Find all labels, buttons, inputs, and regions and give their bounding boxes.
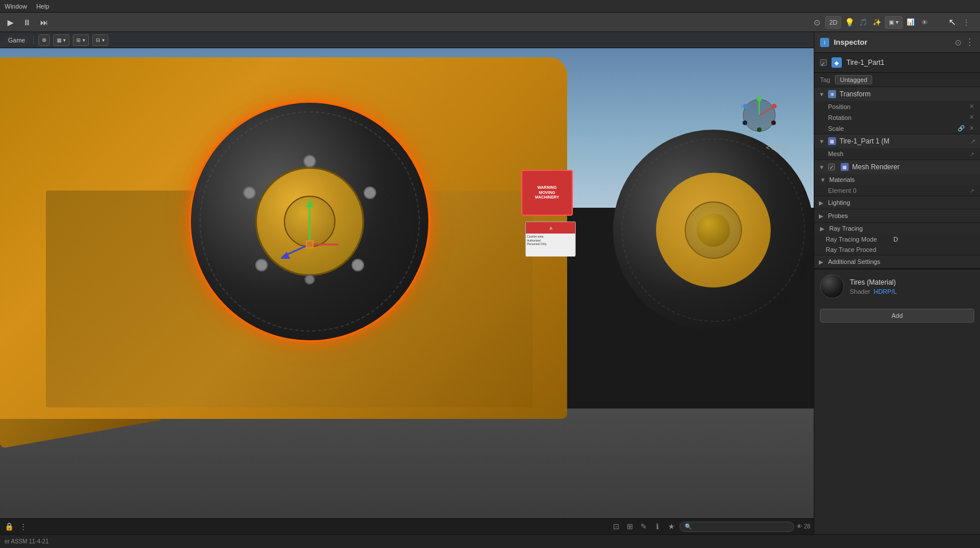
warning-text-3: MACHINERY bbox=[535, 195, 559, 200]
viewport-search[interactable] bbox=[680, 522, 794, 532]
probes-arrow: ▶ bbox=[819, 213, 825, 219]
add-component-button[interactable]: Add bbox=[820, 309, 974, 322]
inspector-more-btn[interactable]: ⋮ bbox=[965, 37, 974, 48]
toolbar-effects-btn[interactable]: ✨ bbox=[871, 17, 883, 28]
inspector-history-btn[interactable]: ⊙ bbox=[955, 38, 962, 47]
toolbar-light-btn[interactable]: 💡 bbox=[844, 17, 855, 28]
status-text: er ASSM 11-4-21 bbox=[5, 538, 49, 545]
scale-reset-btn[interactable]: ✕ bbox=[969, 125, 974, 132]
svg-rect-6 bbox=[306, 241, 313, 248]
materials-title: Materials bbox=[829, 176, 855, 183]
position-label: Position bbox=[828, 103, 874, 110]
rotation-label: Rotation bbox=[828, 114, 874, 121]
object-header: ✓ ◆ Tire-1_Part1 bbox=[814, 53, 980, 73]
mesh-renderer-arrow: ▼ bbox=[819, 164, 825, 170]
mesh-filter-section: ▼ ▦ Tire-1_Part 1 (M ↗ Mesh ↗ bbox=[814, 134, 980, 160]
vp-pivot-btn[interactable]: ▦ ▾ bbox=[53, 34, 70, 46]
toolbar-aspect-btn[interactable]: ▣ ▾ bbox=[885, 16, 903, 29]
vp-lock-btn[interactable]: 🔒 bbox=[3, 521, 15, 533]
element-0-expand[interactable]: ↗ bbox=[970, 188, 974, 194]
mesh-renderer-header[interactable]: ▼ ✓ ▦ Mesh Renderer bbox=[814, 160, 980, 174]
vp-snap-btn[interactable]: ⊟ ▾ bbox=[92, 34, 108, 46]
menu-window[interactable]: Window bbox=[5, 3, 27, 10]
toolbar-settings-btn[interactable] bbox=[932, 17, 944, 28]
material-preview: Tires (Material) Shader HDRP/L bbox=[814, 269, 980, 303]
svg-point-18 bbox=[771, 121, 776, 125]
mesh-label: Mesh bbox=[828, 150, 862, 157]
material-sphere bbox=[820, 274, 844, 298]
lighting-collapsed[interactable]: ▶ Lighting bbox=[814, 196, 980, 209]
svg-marker-1 bbox=[306, 199, 313, 207]
ray-tracing-mode-value[interactable]: D bbox=[893, 236, 974, 243]
svg-text:Z: Z bbox=[741, 104, 744, 108]
main-area: WARNING MOVING MACHINERY ⚠ Caution areaA… bbox=[0, 32, 980, 534]
transform-section: ▼ ⊕ Transform Position ✕ Rotation ✕ Scal… bbox=[814, 87, 980, 134]
object-active-checkbox[interactable]: ✓ bbox=[820, 59, 827, 66]
materials-header[interactable]: ▼ Materials bbox=[814, 174, 980, 185]
toolbar-icon-1[interactable]: ⊙ bbox=[811, 17, 823, 28]
position-reset-btn[interactable]: ✕ bbox=[969, 103, 974, 110]
persp-label[interactable]: < Persp bbox=[766, 144, 788, 151]
vp-move-tool[interactable]: ⊕ bbox=[38, 34, 50, 46]
vp-info-btn[interactable]: ℹ bbox=[652, 521, 663, 533]
mesh-filter-title: Tire-1_Part 1 (M bbox=[840, 137, 889, 145]
materials-arrow: ▼ bbox=[820, 177, 826, 183]
rotation-reset-btn[interactable]: ✕ bbox=[969, 114, 974, 121]
viewport-toolbar: Game ⊕ ▦ ▾ ⊞ ▾ ⊟ ▾ bbox=[0, 32, 814, 48]
tag-value[interactable]: Untagged bbox=[835, 75, 873, 84]
ground-bg bbox=[0, 409, 814, 534]
svg-point-15 bbox=[743, 104, 748, 108]
scale-label: Scale bbox=[828, 125, 874, 132]
play-button[interactable]: ▶ bbox=[5, 17, 17, 28]
ray-tracing-title: Ray Tracing bbox=[829, 225, 863, 232]
vp-edit-btn[interactable]: ✎ bbox=[638, 521, 650, 533]
probes-title: Probes bbox=[828, 212, 848, 219]
transform-section-header[interactable]: ▼ ⊕ Transform bbox=[814, 87, 980, 101]
toolbar-audio-btn[interactable]: 🎵 bbox=[857, 17, 869, 28]
vp-star-btn[interactable]: ★ bbox=[666, 521, 677, 533]
toolbar-stats-btn[interactable]: 📊 bbox=[905, 17, 916, 28]
layers-count: 28 bbox=[804, 523, 810, 530]
transform-gizmo[interactable] bbox=[281, 193, 338, 262]
svg-text:X: X bbox=[775, 104, 778, 108]
vp-settings-btn2[interactable]: ⋮ bbox=[17, 521, 29, 533]
mesh-filter-icon: ▦ bbox=[828, 137, 836, 145]
ray-tracing-mode-label: Ray Tracing Mode bbox=[826, 236, 889, 243]
object-type-icon: ◆ bbox=[831, 57, 842, 68]
step-button[interactable]: ⏭ bbox=[37, 17, 51, 28]
additional-settings-collapsed[interactable]: ▶ Additional Settings bbox=[814, 255, 980, 269]
mesh-filter-header[interactable]: ▼ ▦ Tire-1_Part 1 (M ↗ bbox=[814, 134, 980, 148]
viewport-bottom-bar: 🔒 ⋮ ⊡ ⊞ ✎ ℹ ★ 👁 28 bbox=[0, 518, 814, 534]
viewport-gizmo[interactable]: Y X Z bbox=[739, 95, 785, 141]
toolbar-gizmos-btn[interactable]: 👁 bbox=[919, 17, 930, 28]
ray-tracing-arrow: ▶ bbox=[820, 226, 826, 232]
pause-button[interactable]: ⏸ bbox=[20, 17, 34, 28]
shader-label: Shader bbox=[850, 288, 870, 295]
menu-help[interactable]: Help bbox=[36, 3, 49, 10]
vp-asset-btn[interactable]: ⊞ bbox=[624, 521, 636, 533]
scale-row: Scale 🔗 ✕ bbox=[814, 123, 980, 134]
mesh-renderer-section: ▼ ✓ ▦ Mesh Renderer ▼ Materials Element … bbox=[814, 160, 980, 269]
toolbar-more-btn[interactable]: ⋮ bbox=[961, 17, 972, 28]
mesh-renderer-checkbox[interactable]: ✓ bbox=[828, 164, 835, 170]
element-0-label: Element 0 bbox=[828, 187, 868, 194]
scale-lock-icon[interactable]: 🔗 bbox=[958, 125, 965, 131]
inspector-panel: i Inspector ⊙ ⋮ ✓ ◆ Tire-1_Part1 Tag Unt… bbox=[814, 32, 980, 534]
probes-collapsed[interactable]: ▶ Probes bbox=[814, 209, 980, 223]
element-0-row: Element 0 ↗ bbox=[814, 185, 980, 196]
ray-tracing-subsection: ▶ Ray Tracing Ray Tracing Mode D Ray Tra… bbox=[814, 223, 980, 255]
toolbar-2d-btn[interactable]: 2D bbox=[825, 16, 841, 29]
mesh-renderer-icon: ▦ bbox=[841, 163, 849, 171]
mesh-expand-icon[interactable]: ↗ bbox=[970, 151, 974, 157]
vp-grid-btn[interactable]: ⊞ ▾ bbox=[73, 34, 89, 46]
ray-trace-proc-row: Ray Trace Proced bbox=[814, 244, 980, 255]
ray-tracing-mode-row: Ray Tracing Mode D bbox=[814, 234, 980, 244]
viewport[interactable]: WARNING MOVING MACHINERY ⚠ Caution areaA… bbox=[0, 32, 814, 534]
tire-right-hub-inner bbox=[685, 201, 742, 259]
ray-tracing-header[interactable]: ▶ Ray Tracing bbox=[814, 223, 980, 234]
cursor-icon: ↖ bbox=[946, 17, 958, 28]
shader-value[interactable]: HDRP/L bbox=[873, 288, 896, 295]
additional-settings-title: Additional Settings bbox=[828, 258, 880, 265]
vp-console-btn[interactable]: ⊡ bbox=[611, 521, 622, 533]
mesh-filter-expand[interactable]: ↗ bbox=[970, 138, 975, 145]
